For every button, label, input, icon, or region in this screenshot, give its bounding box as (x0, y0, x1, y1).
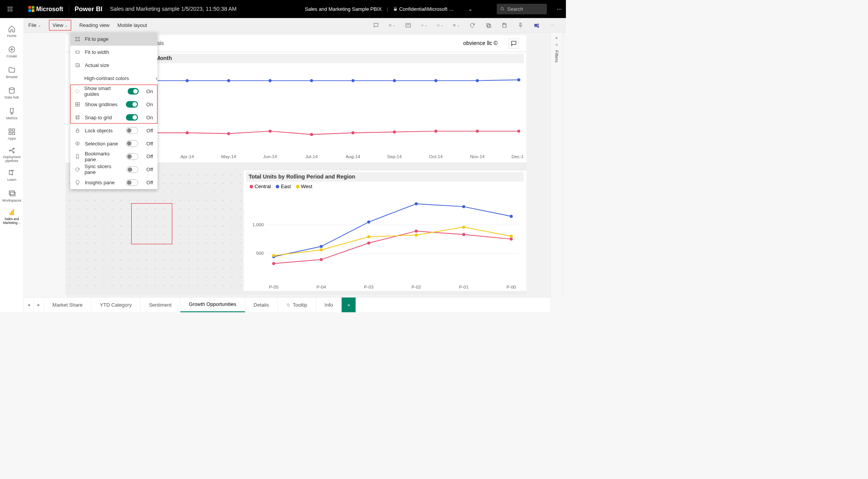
app-launcher[interactable] (4, 3, 16, 15)
menu-view[interactable]: View⌄ (49, 20, 71, 31)
toggle[interactable] (127, 166, 138, 173)
nav-datahub[interactable]: Data hub (0, 83, 23, 103)
toggle[interactable] (126, 153, 138, 160)
toggle[interactable] (128, 88, 139, 95)
save-icon[interactable] (501, 22, 508, 28)
svg-rect-12 (32, 9, 34, 12)
pin-icon[interactable] (517, 22, 524, 28)
svg-point-48 (75, 90, 79, 93)
svg-point-96 (415, 230, 418, 233)
chevron-down-icon[interactable]: ⌄ (468, 6, 472, 12)
svg-point-94 (320, 258, 323, 261)
svg-point-54 (78, 117, 78, 117)
lock-objects-toggle[interactable]: Lock objectsOff (70, 124, 158, 137)
nav-label: Browse (6, 75, 17, 78)
sensitivity-label[interactable]: Confidential\Microsoft … (393, 6, 454, 12)
chart-total-units[interactable]: Total Units by Rolling Period and Region… (244, 170, 526, 291)
svg-point-106 (320, 249, 323, 252)
sensitivity-text: Confidential\Microsoft … (399, 6, 454, 12)
svg-rect-6 (8, 10, 8, 11)
nav-home[interactable]: Home (0, 21, 23, 42)
toggle[interactable] (126, 127, 138, 134)
refresh-icon[interactable] (469, 22, 476, 28)
nav-apps[interactable]: Apps (0, 124, 23, 144)
buttons-icon[interactable]: ⌄ (453, 22, 460, 28)
teams-icon[interactable] (533, 22, 540, 28)
ribbon-more-icon[interactable]: ⋯ (549, 22, 556, 28)
selection-pane-toggle[interactable]: Selection paneOff (70, 137, 158, 150)
actual-size[interactable]: 1:1Actual size (70, 59, 158, 72)
svg-rect-9 (28, 6, 31, 9)
textbox-icon[interactable] (405, 22, 411, 28)
nav-pipelines[interactable]: Deployment pipelines (0, 145, 23, 165)
shapes-icon[interactable]: ⌄ (421, 22, 427, 28)
toggle[interactable] (126, 179, 138, 186)
show-gridlines-toggle[interactable]: Show gridlinesOn (70, 98, 158, 111)
sep: | (387, 6, 388, 12)
svg-text:Nov-14: Nov-14 (470, 154, 485, 159)
show-smart-guides-toggle[interactable]: Show smart guidesOn (70, 85, 158, 98)
nav-browse[interactable]: Browse (0, 62, 23, 83)
insights-pane-toggle[interactable]: Insights paneOff (70, 176, 158, 189)
svg-point-25 (13, 152, 14, 153)
tab-add[interactable]: ＋ (342, 297, 356, 312)
fit-to-width[interactable]: Fit to width (70, 46, 158, 59)
tab-info[interactable]: Info (316, 297, 342, 312)
label: Selection pane (85, 140, 118, 146)
menu-reading-view[interactable]: Reading view (79, 22, 109, 28)
chart-legend: CentralEastWest (246, 182, 524, 191)
toggle[interactable] (126, 140, 138, 147)
snap-to-grid-toggle[interactable]: Snap to gridOn (70, 111, 158, 124)
svg-text:1,000: 1,000 (252, 222, 264, 227)
high-contrast[interactable]: High-contrast colors› (70, 72, 158, 85)
label: Snap to grid (85, 115, 112, 120)
sync-slicers-toggle[interactable]: Sync slicers paneOff (70, 163, 158, 176)
toggle[interactable] (126, 114, 138, 121)
svg-text:P-05: P-05 (269, 284, 279, 289)
search-input[interactable]: Search (497, 4, 547, 14)
nav-label: Workspaces (2, 198, 22, 202)
tabs-next[interactable]: ► (34, 297, 44, 312)
breadcrumb: Sales and Marketing sample 1/5/2023, 11:… (110, 6, 237, 12)
svg-point-63 (310, 79, 313, 82)
svg-text:Oct-14: Oct-14 (429, 154, 443, 159)
tab-ytd-category[interactable]: YTD Category (91, 297, 140, 312)
tabs-prev[interactable]: ◄ (24, 297, 34, 312)
tab-sentiment[interactable]: Sentiment (140, 297, 180, 312)
menu-mobile-layout[interactable]: Mobile layout (117, 22, 147, 28)
svg-rect-1 (10, 7, 10, 7)
nav-create[interactable]: Create (0, 42, 23, 62)
nav-metrics[interactable]: Metrics (0, 103, 23, 124)
duplicate-icon[interactable] (485, 22, 492, 28)
toggle[interactable] (126, 101, 138, 108)
report-name[interactable]: Sales and Marketing Sample PBIX (305, 6, 382, 12)
tab-tooltip[interactable]: Tooltip (278, 297, 316, 312)
page-comment-icon[interactable] (509, 38, 519, 48)
svg-rect-5 (12, 8, 12, 9)
menu-file[interactable]: File⌄ (28, 22, 41, 28)
tab-market-share[interactable]: Market Share (44, 297, 91, 312)
svg-point-108 (415, 234, 418, 237)
nav-label: Data hub (5, 95, 19, 99)
fit-to-page[interactable]: Fit to page (70, 33, 158, 46)
visual-icon[interactable]: ⌄ (437, 22, 444, 28)
bookmarks-pane-toggle[interactable]: Bookmarks paneOff (70, 150, 158, 163)
comment-icon[interactable] (373, 22, 379, 28)
explore-icon[interactable]: ⌄ (389, 22, 396, 28)
tab-details[interactable]: Details (245, 297, 278, 312)
more-icon[interactable]: ⋯ (557, 6, 562, 12)
nav-learn[interactable]: Learn (0, 165, 23, 185)
svg-rect-20 (12, 129, 15, 131)
label: Actual size (85, 62, 109, 68)
svg-text:Aug-14: Aug-14 (346, 154, 361, 159)
tab-growth-opportunities[interactable]: Growth Opportunities (180, 297, 245, 312)
chart-svg: 5001,000P-05P-04P-03P-02P-01P-00 (246, 191, 524, 292)
svg-rect-10 (32, 6, 34, 9)
svg-text:Sep-14: Sep-14 (387, 154, 402, 159)
svg-point-71 (227, 132, 230, 135)
visualizations-pane-tab[interactable]: «Visualizations (563, 33, 566, 297)
nav-workspaces[interactable]: Workspaces (0, 185, 23, 206)
state: On (145, 102, 153, 107)
filters-pane-tab[interactable]: «Filters (550, 33, 563, 297)
nav-current-workspace[interactable]: Sales and Marketing… (0, 206, 23, 227)
